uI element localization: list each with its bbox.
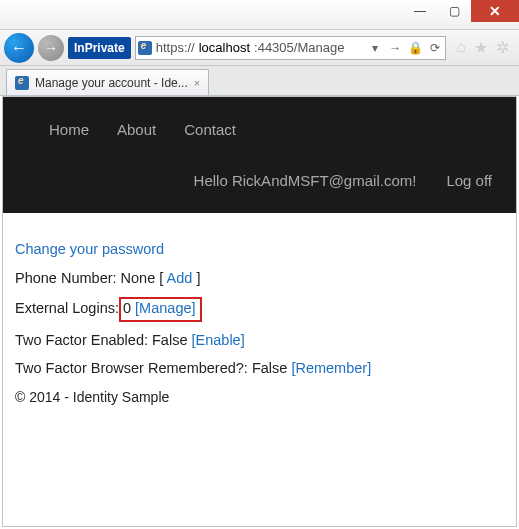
phone-number-label: Phone Number: None [ [15, 270, 167, 286]
external-logins-highlight: 0 [Manage] [119, 297, 202, 322]
home-icon[interactable]: ⌂ [456, 38, 466, 57]
page-viewport: Home About Contact Hello RickAndMSFT@gma… [2, 96, 517, 527]
refresh-icon[interactable]: ⟳ [427, 41, 443, 55]
tab-close-icon[interactable]: × [194, 77, 200, 89]
tab-title: Manage your account - Ide... [35, 76, 188, 90]
phone-close-bracket: ] [192, 270, 200, 286]
nav-link-contact[interactable]: Contact [184, 121, 236, 138]
tab-strip: Manage your account - Ide... × [0, 66, 519, 96]
account-content: Change your password Phone Number: None … [3, 213, 516, 426]
window-title-bar: — ▢ ✕ [0, 0, 519, 30]
go-arrow-icon[interactable]: → [387, 41, 403, 55]
nav-link-home[interactable]: Home [49, 121, 89, 138]
url-path: :44305/Manage [254, 40, 344, 55]
external-logins-count: 0 [123, 300, 135, 316]
window-minimize-button[interactable]: — [403, 0, 437, 22]
two-factor-browser-label: Two Factor Browser Remembered?: False [15, 360, 291, 376]
nav-link-account[interactable]: Hello RickAndMSFT@gmail.com! [194, 172, 417, 189]
add-phone-link[interactable]: Add [167, 270, 193, 286]
url-dropdown-icon[interactable]: ▾ [367, 41, 383, 55]
window-maximize-button[interactable]: ▢ [437, 0, 471, 22]
browser-nav-bar: ← → InPrivate https://localhost:44305/Ma… [0, 30, 519, 66]
favorites-icon[interactable]: ★ [474, 38, 488, 57]
settings-gear-icon[interactable]: ✲ [496, 38, 509, 57]
nav-link-about[interactable]: About [117, 121, 156, 138]
external-logins-label: External Logins: [15, 300, 119, 316]
url-host: localhost [199, 40, 250, 55]
address-bar[interactable]: https://localhost:44305/Manage ▾ → 🔒 ⟳ [135, 36, 447, 60]
site-navbar: Home About Contact Hello RickAndMSFT@gma… [3, 97, 516, 213]
footer-text: © 2014 - Identity Sample [15, 388, 506, 407]
tab-favicon-icon [15, 76, 29, 90]
inprivate-badge: InPrivate [68, 37, 131, 59]
chrome-icon-group: ⌂ ★ ✲ [450, 38, 515, 57]
lock-icon: 🔒 [407, 41, 423, 55]
two-factor-label: Two Factor Enabled: False [15, 332, 192, 348]
forward-button[interactable]: → [38, 35, 64, 61]
back-button[interactable]: ← [4, 33, 34, 63]
remember-browser-link[interactable]: [Remember] [291, 360, 371, 376]
site-favicon-icon [138, 41, 152, 55]
manage-external-logins-link[interactable]: [Manage] [135, 300, 195, 316]
window-close-button[interactable]: ✕ [471, 0, 519, 22]
browser-tab[interactable]: Manage your account - Ide... × [6, 69, 209, 95]
url-scheme: https:// [156, 40, 195, 55]
enable-two-factor-link[interactable]: [Enable] [192, 332, 245, 348]
nav-link-logoff[interactable]: Log off [446, 172, 492, 189]
change-password-link[interactable]: Change your password [15, 241, 164, 257]
